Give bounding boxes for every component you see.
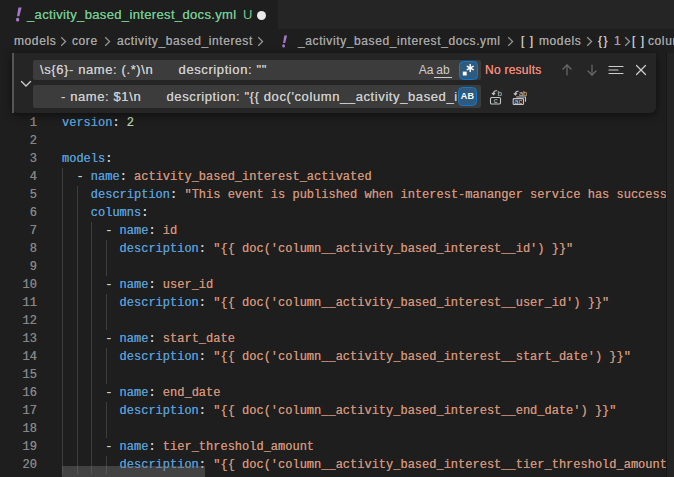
svg-text:ac: ac (514, 97, 522, 105)
svg-text:b: b (498, 89, 502, 98)
svg-text:c: c (494, 96, 498, 105)
